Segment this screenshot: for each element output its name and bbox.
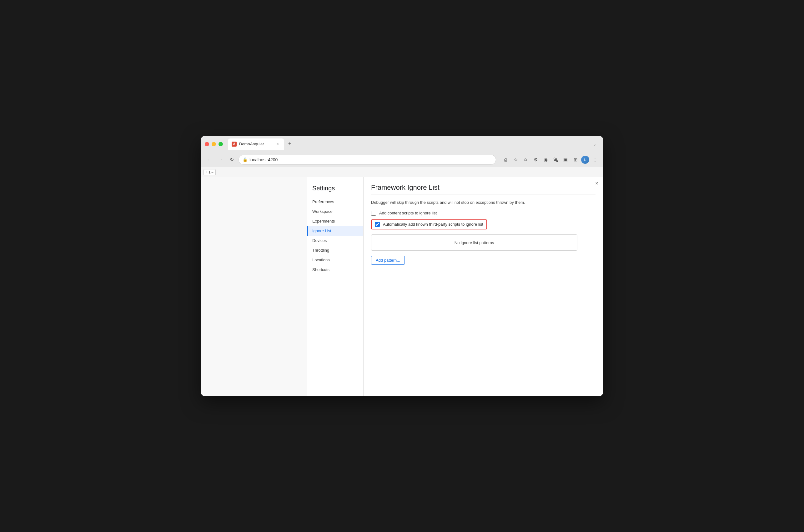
browser-window: A DemoAngular × + ⌄ ← → ↻ 🔒 localhost:42… [201,136,603,396]
add-pattern-button[interactable]: Add pattern... [371,256,405,265]
settings-nav-item-shortcuts[interactable]: Shortcuts [307,265,363,274]
minimize-traffic-light[interactable] [212,142,216,146]
extension2-button[interactable]: ⚙ [531,155,540,164]
address-lock-icon: 🔒 [243,157,248,162]
checkbox-content-scripts-row: Add content scripts to ignore list [371,211,595,216]
settings-close-button[interactable]: × [594,180,600,187]
page-sidebar [201,177,307,396]
tab-title: DemoAngular [239,141,272,146]
extension6-button[interactable]: ⊞ [571,155,580,164]
active-tab[interactable]: A DemoAngular × [228,138,284,150]
settings-nav: Settings Preferences Workspace Experimen… [307,177,364,396]
settings-nav-item-ignore-list[interactable]: Ignore List [307,226,363,236]
settings-content: Framework Ignore List Debugger will skip… [364,177,603,396]
address-bar: ← → ↻ 🔒 localhost:4200 ⎙ ☆ ☺ ⚙ ◉ 🔌 ▣ ⊞ U… [201,152,603,167]
tab-bar: A DemoAngular × + [228,138,588,150]
settings-nav-item-preferences[interactable]: Preferences [307,197,363,207]
title-bar: A DemoAngular × + ⌄ [201,136,603,152]
extension5-button[interactable]: ▣ [561,155,570,164]
new-tab-button[interactable]: + [285,140,294,149]
settings-panel: × Settings Preferences Workspace Experim… [307,177,603,396]
section-description: Debugger will skip through the scripts a… [371,200,595,206]
checkbox-third-party[interactable] [375,222,380,227]
reload-button[interactable]: ↻ [227,155,236,164]
profile-button[interactable]: U [581,156,589,164]
settings-nav-item-devices[interactable]: Devices [307,236,363,245]
settings-nav-item-workspace[interactable]: Workspace [307,207,363,216]
expand-minus-icon: − [211,170,213,174]
extension1-button[interactable]: ☺ [521,155,530,164]
forward-button[interactable]: → [216,155,225,164]
bookmark-button[interactable]: ☆ [511,155,520,164]
back-button[interactable]: ← [205,155,213,164]
address-text: localhost:4200 [249,157,277,162]
expand-bar-icon: 1 [209,170,211,174]
settings-nav-item-locations[interactable]: Locations [307,255,363,265]
expand-plus-icon: + [206,170,208,174]
patterns-box: No ignore list patterns [371,234,577,251]
browser-actions: ⎙ ☆ ☺ ⚙ ◉ 🔌 ▣ ⊞ U ⋮ [501,155,599,164]
address-bar-input[interactable]: 🔒 localhost:4200 [238,155,496,165]
patterns-empty-text: No ignore list patterns [455,240,494,245]
tab-close-button[interactable]: × [275,141,281,147]
menu-button[interactable]: ⋮ [591,155,599,164]
checkbox-third-party-label: Automatically add known third-party scri… [383,222,483,227]
checkbox-content-scripts-label: Add content scripts to ignore list [379,211,437,215]
settings-title: Settings [307,182,363,197]
close-traffic-light[interactable] [205,142,209,146]
tab-favicon: A [232,141,237,147]
main-content: × Settings Preferences Workspace Experim… [201,177,603,396]
share-button[interactable]: ⎙ [501,155,510,164]
extension4-button[interactable]: 🔌 [551,155,560,164]
checkbox-third-party-highlighted-row: Automatically add known third-party scri… [371,220,487,229]
settings-nav-item-experiments[interactable]: Experiments [307,216,363,226]
traffic-lights [205,142,223,146]
extension3-button[interactable]: ◉ [541,155,550,164]
devtools-bar: + 1 − [201,167,603,177]
checkbox-content-scripts[interactable] [371,211,376,216]
settings-nav-item-throttling[interactable]: Throttling [307,245,363,255]
section-title: Framework Ignore List [371,184,595,192]
maximize-traffic-light[interactable] [218,142,223,146]
section-divider [371,194,595,194]
devtools-expand-button[interactable]: + 1 − [204,169,216,175]
tab-dropdown-button[interactable]: ⌄ [591,140,599,148]
